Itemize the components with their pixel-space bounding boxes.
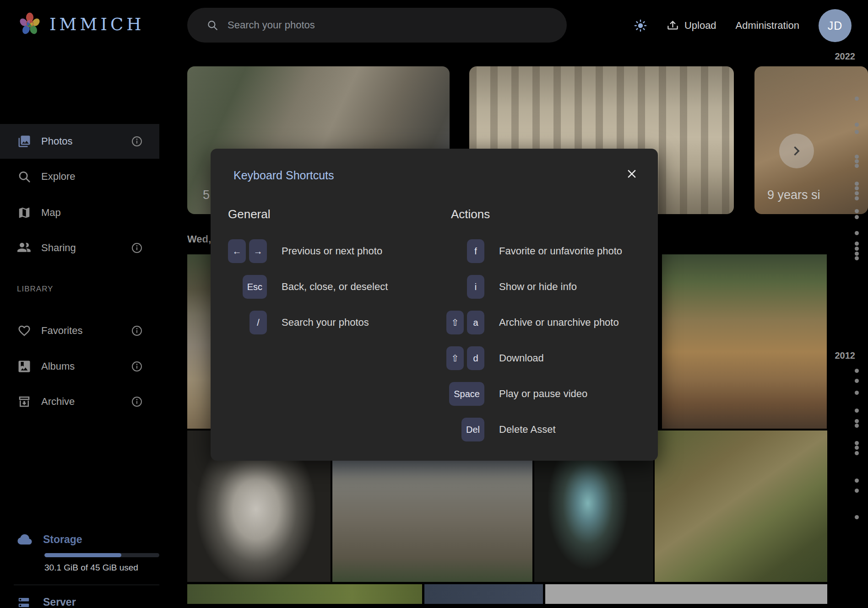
memory-label: 9 years si <box>767 188 820 202</box>
key-f: f <box>467 239 484 263</box>
scrubber-dot <box>855 130 859 134</box>
key-d: d <box>467 346 484 370</box>
explore-search-icon <box>17 170 31 183</box>
search-icon <box>206 19 218 31</box>
sidebar: Photos Explore Map Sharing <box>0 51 159 608</box>
shortcut-row: i Show or hide info <box>445 269 642 305</box>
user-avatar[interactable]: JD <box>819 9 852 42</box>
archive-icon <box>17 395 31 409</box>
photo-thumbnail-strip-2[interactable] <box>424 584 543 604</box>
people-icon <box>17 241 31 255</box>
scrubber-dot <box>855 451 859 455</box>
shortcut-row: Esc Back, close, or deselect <box>228 269 425 305</box>
scrubber-dot <box>855 159 859 163</box>
close-icon <box>625 167 639 181</box>
memory-card-3[interactable]: 9 years si <box>754 66 868 214</box>
shortcut-label: Favorite or unfavorite photo <box>499 245 622 257</box>
scrubber-dot <box>855 123 859 127</box>
sun-icon <box>634 19 647 32</box>
close-button[interactable] <box>625 167 639 181</box>
top-bar-actions: Upload Administration JD <box>634 0 852 51</box>
scrubber-dot <box>855 191 859 195</box>
sidebar-item-albums[interactable]: Albums <box>0 355 159 377</box>
date-group-header: Wed, <box>187 233 211 245</box>
top-bar: IMMICH Search your photos <box>0 0 868 51</box>
key-space: Space <box>449 382 484 406</box>
scrubber-dot <box>855 209 859 213</box>
shortcut-label: Archive or unarchive photo <box>499 317 619 328</box>
scrubber-dot <box>855 479 859 483</box>
scrubber-dot <box>855 182 859 186</box>
shortcuts-general-column: General ← → Previous or next photo Esc B… <box>228 207 425 340</box>
scrubber-dot <box>855 164 859 168</box>
shortcut-label: Search your photos <box>282 317 369 328</box>
key-esc: Esc <box>243 275 267 299</box>
shortcut-label: Back, close, or deselect <box>282 281 388 293</box>
scrubber-dot <box>855 409 859 413</box>
scrubber-dot <box>855 369 859 373</box>
storage-progress-fill <box>44 553 121 557</box>
sidebar-item-archive[interactable]: Archive <box>0 391 159 413</box>
administration-link[interactable]: Administration <box>736 20 799 32</box>
search-input[interactable]: Search your photos <box>187 8 567 43</box>
shortcut-row: ← → Previous or next photo <box>228 233 425 269</box>
keyboard-shortcuts-modal: Keyboard Shortcuts General ← → Previous … <box>211 149 658 461</box>
scrubber-dot <box>855 252 859 256</box>
shortcut-row: Space Play or pause video <box>445 376 642 412</box>
theme-toggle-button[interactable] <box>634 19 647 32</box>
scrubber-dot <box>855 97 859 101</box>
upload-label: Upload <box>684 20 716 32</box>
photo-thumbnail-strip-3[interactable] <box>545 584 827 604</box>
sidebar-item-favorites[interactable]: Favorites <box>0 320 159 342</box>
section-heading: Actions <box>451 207 642 221</box>
key-slash: / <box>250 311 267 334</box>
sidebar-item-sharing[interactable]: Sharing <box>0 237 159 259</box>
storage-usage-text: 30.1 GiB of 45 GiB used <box>44 563 138 573</box>
search-placeholder: Search your photos <box>228 19 315 31</box>
shortcut-row: Del Delete Asset <box>445 412 642 447</box>
scrubber-dot <box>855 379 859 383</box>
shortcut-row: ⇧ d Download <box>445 340 642 376</box>
memory-next-button[interactable] <box>779 134 814 168</box>
scrubber-dot <box>855 215 859 219</box>
shortcut-label: Delete Asset <box>499 424 556 436</box>
chevron-right-icon <box>787 142 806 160</box>
cloud-icon <box>17 532 33 547</box>
immich-flower-icon <box>17 12 42 37</box>
section-heading: General <box>228 207 425 221</box>
sidebar-item-map[interactable]: Map <box>0 202 159 224</box>
info-icon[interactable] <box>131 360 143 372</box>
key-arrow-right: → <box>249 239 267 263</box>
sidebar-item-explore[interactable]: Explore <box>0 166 159 188</box>
photos-icon <box>17 135 31 148</box>
shortcut-label: Previous or next photo <box>282 245 382 257</box>
info-icon[interactable] <box>131 135 143 147</box>
scrubber-dot <box>855 515 859 519</box>
info-icon[interactable] <box>131 325 143 337</box>
scrubber-dot <box>855 231 859 235</box>
modal-title: Keyboard Shortcuts <box>233 169 334 182</box>
key-del: Del <box>461 418 484 441</box>
info-icon[interactable] <box>131 242 143 254</box>
info-icon[interactable] <box>131 396 143 408</box>
photo-thumbnail-cliff-beach[interactable] <box>662 254 827 429</box>
upload-icon <box>667 20 679 32</box>
key-i: i <box>467 275 484 299</box>
upload-button[interactable]: Upload <box>667 20 716 32</box>
sidebar-item-photos[interactable]: Photos <box>0 124 159 159</box>
app-title: IMMICH <box>49 15 145 34</box>
server-icon <box>17 596 31 608</box>
scrubber-dot <box>855 441 859 445</box>
shortcut-row: ⇧ a Archive or unarchive photo <box>445 305 642 340</box>
scrubber-dots[interactable] <box>855 0 859 608</box>
storage-title: Storage <box>43 533 82 546</box>
scrubber-dot <box>855 242 859 246</box>
photo-thumbnail-strip-1[interactable] <box>187 584 422 604</box>
key-shift: ⇧ <box>446 346 464 370</box>
app-logo[interactable]: IMMICH <box>17 12 145 37</box>
photo-thumbnail-lizard[interactable] <box>655 430 827 582</box>
scrubber-year-2012: 2012 <box>835 350 856 361</box>
key-a: a <box>467 311 484 334</box>
storage-progress-bar <box>44 553 159 557</box>
shortcut-label: Play or pause video <box>499 388 587 400</box>
